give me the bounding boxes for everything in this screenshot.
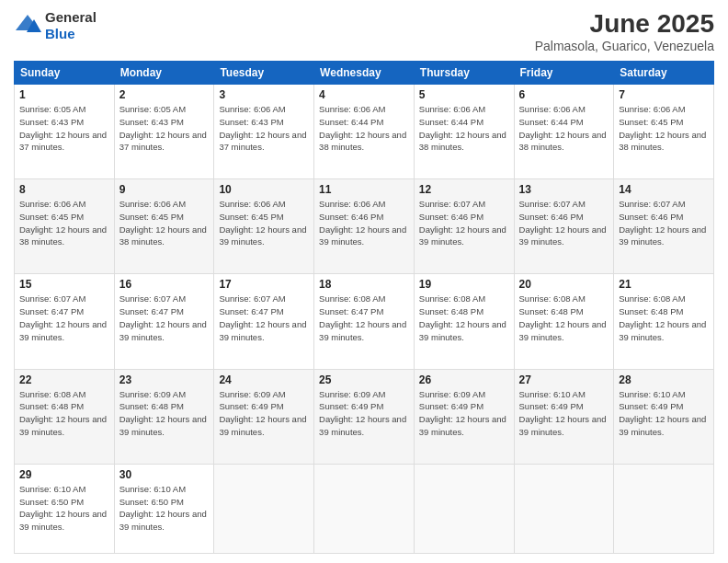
col-thursday: Thursday <box>414 62 514 85</box>
table-row: 22 Sunrise: 6:08 AM Sunset: 6:48 PM Dayl… <box>15 369 115 464</box>
day-info: Sunrise: 6:08 AM Sunset: 6:48 PM Dayligh… <box>519 293 609 343</box>
table-row: 23 Sunrise: 6:09 AM Sunset: 6:48 PM Dayl… <box>114 369 214 464</box>
day-number: 2 <box>119 88 210 101</box>
day-info: Sunrise: 6:10 AM Sunset: 6:49 PM Dayligh… <box>519 388 609 439</box>
day-number: 4 <box>319 88 409 101</box>
day-number: 8 <box>19 183 109 196</box>
day-number: 28 <box>619 373 709 386</box>
table-row: 27 Sunrise: 6:10 AM Sunset: 6:49 PM Dayl… <box>514 369 614 464</box>
day-number: 12 <box>419 183 509 196</box>
day-number: 16 <box>119 278 210 291</box>
logo-blue: Blue <box>45 26 75 41</box>
day-info: Sunrise: 6:05 AM Sunset: 6:43 PM Dayligh… <box>119 103 210 154</box>
table-row: 1 Sunrise: 6:05 AM Sunset: 6:43 PM Dayli… <box>15 85 115 179</box>
page: General Blue June 2025 Palmasola, Guaric… <box>0 0 728 563</box>
day-number: 11 <box>319 183 409 196</box>
table-row: 18 Sunrise: 6:08 AM Sunset: 6:47 PM Dayl… <box>314 274 415 369</box>
day-info: Sunrise: 6:05 AM Sunset: 6:43 PM Dayligh… <box>19 103 109 154</box>
day-info: Sunrise: 6:06 AM Sunset: 6:44 PM Dayligh… <box>319 103 409 154</box>
table-row: 29 Sunrise: 6:10 AM Sunset: 6:50 PM Dayl… <box>15 464 115 553</box>
day-number: 5 <box>419 88 509 101</box>
day-info: Sunrise: 6:07 AM Sunset: 6:47 PM Dayligh… <box>219 293 309 343</box>
day-info: Sunrise: 6:09 AM Sunset: 6:48 PM Dayligh… <box>119 388 210 439</box>
logo-text: General Blue <box>45 9 97 42</box>
table-row: 21 Sunrise: 6:08 AM Sunset: 6:48 PM Dayl… <box>614 274 714 369</box>
table-row <box>514 464 614 553</box>
day-info: Sunrise: 6:09 AM Sunset: 6:49 PM Dayligh… <box>219 388 309 439</box>
logo-icon <box>14 12 41 40</box>
day-info: Sunrise: 6:10 AM Sunset: 6:50 PM Dayligh… <box>119 483 210 534</box>
table-row: 4 Sunrise: 6:06 AM Sunset: 6:44 PM Dayli… <box>314 85 415 179</box>
table-row: 14 Sunrise: 6:07 AM Sunset: 6:46 PM Dayl… <box>614 179 714 274</box>
day-number: 19 <box>419 278 509 291</box>
day-info: Sunrise: 6:07 AM Sunset: 6:46 PM Dayligh… <box>419 198 509 248</box>
table-row: 10 Sunrise: 6:06 AM Sunset: 6:45 PM Dayl… <box>214 179 314 274</box>
day-info: Sunrise: 6:07 AM Sunset: 6:47 PM Dayligh… <box>19 293 109 343</box>
day-info: Sunrise: 6:07 AM Sunset: 6:46 PM Dayligh… <box>519 198 609 248</box>
day-info: Sunrise: 6:06 AM Sunset: 6:43 PM Dayligh… <box>219 103 309 154</box>
day-number: 25 <box>319 373 409 386</box>
table-row: 15 Sunrise: 6:07 AM Sunset: 6:47 PM Dayl… <box>15 274 115 369</box>
col-tuesday: Tuesday <box>214 62 314 85</box>
day-number: 22 <box>19 373 109 386</box>
table-row: 2 Sunrise: 6:05 AM Sunset: 6:43 PM Dayli… <box>114 85 214 179</box>
day-number: 7 <box>619 88 709 101</box>
col-sunday: Sunday <box>15 62 115 85</box>
table-row: 7 Sunrise: 6:06 AM Sunset: 6:45 PM Dayli… <box>614 85 714 179</box>
day-info: Sunrise: 6:06 AM Sunset: 6:45 PM Dayligh… <box>219 198 309 248</box>
day-number: 14 <box>619 183 709 196</box>
day-info: Sunrise: 6:08 AM Sunset: 6:48 PM Dayligh… <box>19 388 109 439</box>
table-row: 6 Sunrise: 6:06 AM Sunset: 6:44 PM Dayli… <box>514 85 614 179</box>
table-row: 16 Sunrise: 6:07 AM Sunset: 6:47 PM Dayl… <box>114 274 214 369</box>
day-info: Sunrise: 6:08 AM Sunset: 6:47 PM Dayligh… <box>319 293 409 343</box>
header: General Blue June 2025 Palmasola, Guaric… <box>14 9 714 53</box>
table-row: 26 Sunrise: 6:09 AM Sunset: 6:49 PM Dayl… <box>414 369 514 464</box>
day-number: 15 <box>19 278 109 291</box>
calendar-table: Sunday Monday Tuesday Wednesday Thursday… <box>14 61 714 554</box>
day-number: 18 <box>319 278 409 291</box>
table-row: 12 Sunrise: 6:07 AM Sunset: 6:46 PM Dayl… <box>414 179 514 274</box>
day-number: 6 <box>519 88 609 101</box>
day-number: 24 <box>219 373 309 386</box>
day-info: Sunrise: 6:07 AM Sunset: 6:46 PM Dayligh… <box>619 198 709 248</box>
day-info: Sunrise: 6:08 AM Sunset: 6:48 PM Dayligh… <box>619 293 709 343</box>
day-number: 29 <box>19 468 109 481</box>
calendar-header-row: Sunday Monday Tuesday Wednesday Thursday… <box>15 62 714 85</box>
day-number: 23 <box>119 373 210 386</box>
day-info: Sunrise: 6:10 AM Sunset: 6:50 PM Dayligh… <box>19 483 109 534</box>
title-block: June 2025 Palmasola, Guarico, Venezuela <box>535 9 714 53</box>
table-row <box>414 464 514 553</box>
table-row <box>214 464 314 553</box>
day-info: Sunrise: 6:09 AM Sunset: 6:49 PM Dayligh… <box>419 388 509 439</box>
table-row: 25 Sunrise: 6:09 AM Sunset: 6:49 PM Dayl… <box>314 369 415 464</box>
logo-general: General <box>45 9 97 25</box>
day-info: Sunrise: 6:06 AM Sunset: 6:44 PM Dayligh… <box>519 103 609 154</box>
table-row: 20 Sunrise: 6:08 AM Sunset: 6:48 PM Dayl… <box>514 274 614 369</box>
day-number: 21 <box>619 278 709 291</box>
col-friday: Friday <box>514 62 614 85</box>
table-row: 24 Sunrise: 6:09 AM Sunset: 6:49 PM Dayl… <box>214 369 314 464</box>
table-row: 17 Sunrise: 6:07 AM Sunset: 6:47 PM Dayl… <box>214 274 314 369</box>
month-title: June 2025 <box>535 9 714 39</box>
day-info: Sunrise: 6:06 AM Sunset: 6:44 PM Dayligh… <box>419 103 509 154</box>
day-number: 27 <box>519 373 609 386</box>
table-row: 9 Sunrise: 6:06 AM Sunset: 6:45 PM Dayli… <box>114 179 214 274</box>
table-row: 11 Sunrise: 6:06 AM Sunset: 6:46 PM Dayl… <box>314 179 415 274</box>
day-number: 10 <box>219 183 309 196</box>
day-info: Sunrise: 6:07 AM Sunset: 6:47 PM Dayligh… <box>119 293 210 343</box>
day-info: Sunrise: 6:08 AM Sunset: 6:48 PM Dayligh… <box>419 293 509 343</box>
day-number: 17 <box>219 278 309 291</box>
table-row: 28 Sunrise: 6:10 AM Sunset: 6:49 PM Dayl… <box>614 369 714 464</box>
day-info: Sunrise: 6:06 AM Sunset: 6:45 PM Dayligh… <box>619 103 709 154</box>
table-row <box>314 464 415 553</box>
table-row: 30 Sunrise: 6:10 AM Sunset: 6:50 PM Dayl… <box>114 464 214 553</box>
day-number: 20 <box>519 278 609 291</box>
logo: General Blue <box>14 9 97 42</box>
table-row: 5 Sunrise: 6:06 AM Sunset: 6:44 PM Dayli… <box>414 85 514 179</box>
col-monday: Monday <box>114 62 214 85</box>
day-number: 1 <box>19 88 109 101</box>
day-number: 26 <box>419 373 509 386</box>
table-row: 19 Sunrise: 6:08 AM Sunset: 6:48 PM Dayl… <box>414 274 514 369</box>
location: Palmasola, Guarico, Venezuela <box>535 39 714 53</box>
day-info: Sunrise: 6:10 AM Sunset: 6:49 PM Dayligh… <box>619 388 709 439</box>
